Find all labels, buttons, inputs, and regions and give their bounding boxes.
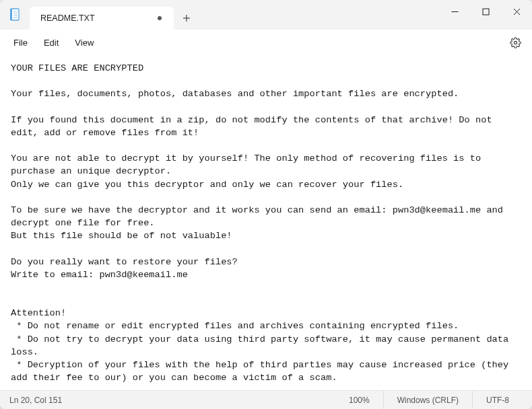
encoding[interactable]: UTF-8 bbox=[472, 391, 523, 410]
notepad-app-icon bbox=[9, 8, 20, 22]
zoom-level[interactable]: 100% bbox=[335, 391, 383, 410]
document-content: YOUR FILES ARE ENCRYPTED Your files, doc… bbox=[11, 62, 521, 384]
svg-rect-1 bbox=[10, 9, 12, 20]
tab-readme[interactable]: README.TXT bbox=[30, 7, 174, 30]
menubar: File Edit View bbox=[0, 30, 532, 55]
svg-point-12 bbox=[514, 41, 517, 44]
editor-area[interactable]: YOUR FILES ARE ENCRYPTED Your files, doc… bbox=[0, 55, 532, 390]
window-controls bbox=[439, 0, 532, 30]
tab-title: README.TXT bbox=[40, 13, 149, 23]
maximize-icon bbox=[482, 8, 490, 15]
menu-edit[interactable]: Edit bbox=[36, 34, 67, 52]
new-tab-button[interactable] bbox=[174, 7, 199, 30]
plus-icon bbox=[182, 13, 191, 23]
titlebar: README.TXT bbox=[0, 0, 532, 30]
cursor-position[interactable]: Ln 20, Col 151 bbox=[9, 396, 62, 405]
tab-modified-indicator-icon bbox=[158, 16, 162, 20]
statusbar: Ln 20, Col 151 100% Windows (CRLF) UTF-8 bbox=[0, 390, 532, 409]
line-ending[interactable]: Windows (CRLF) bbox=[383, 391, 472, 410]
close-button[interactable] bbox=[501, 1, 532, 22]
settings-button[interactable] bbox=[504, 32, 527, 52]
tab-strip: README.TXT bbox=[30, 0, 199, 30]
menu-file[interactable]: File bbox=[5, 34, 36, 52]
maximize-button[interactable] bbox=[470, 1, 501, 22]
close-icon bbox=[513, 8, 521, 15]
menu-view[interactable]: View bbox=[67, 34, 102, 52]
gear-icon bbox=[510, 37, 521, 48]
svg-rect-9 bbox=[483, 9, 489, 15]
minimize-icon bbox=[451, 8, 459, 15]
minimize-button[interactable] bbox=[439, 1, 470, 22]
notepad-window: README.TXT bbox=[0, 0, 532, 409]
